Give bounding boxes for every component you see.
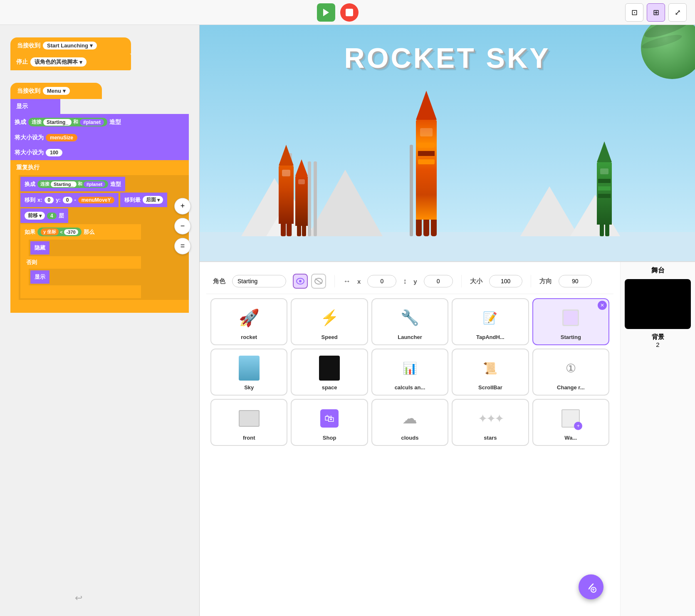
join-pill-inner[interactable]: 连接 Starting_ 和 #planet <box>37 180 108 188</box>
section-start-launching: 当接收到 Start Launching ▾ 停止 该角色的其他脚本 ▾ <box>10 37 189 70</box>
else-label: 否则 <box>20 256 141 269</box>
sprite-card-scrollbar[interactable]: 📜 ScrollBar <box>452 349 529 396</box>
if-header[interactable]: 如果 y 坐标 < -370 <box>20 224 141 240</box>
size-label: 大小 <box>470 277 482 285</box>
sprite-name-starting: Starting <box>561 334 581 340</box>
svg-marker-0 <box>323 9 329 16</box>
forward-dropdown[interactable]: 前移 ▾ <box>25 212 45 220</box>
sprite-name-speed: Speed <box>322 334 338 340</box>
menuMoveY-pill: menuMoveY <box>78 197 114 203</box>
when-receive-hat-1[interactable]: 当接收到 Start Launching ▾ <box>10 37 131 54</box>
show-block[interactable]: 显示 <box>10 99 60 114</box>
sprite-card-calculs[interactable]: 📊 calculs an... <box>371 349 448 396</box>
hat-dropdown-2[interactable]: Menu ▾ <box>43 87 70 95</box>
dir-input[interactable] <box>559 275 592 287</box>
green-flag-button[interactable] <box>317 3 335 22</box>
top-bar: ⊡ ⊞ ⤢ <box>0 0 695 25</box>
hat-dropdown-1[interactable]: Start Launching ▾ <box>43 42 97 49</box>
sprite-name-shop: Shop <box>323 435 336 441</box>
set-size-menusize[interactable]: 将大小设为 menuSize <box>10 130 189 145</box>
sprite-card-changer[interactable]: ① Change r... <box>532 349 609 396</box>
sprite-card-tapandh[interactable]: 📝 TapAndH... <box>452 298 529 345</box>
sprite-card-space[interactable]: space <box>291 349 368 396</box>
sprite-name-input[interactable] <box>232 275 286 287</box>
switch-costume-block-1[interactable]: 换成 连接 Starting_ 和 #planet 造型 <box>10 114 189 130</box>
sprite-card-speed[interactable]: ⚡ Speed <box>291 298 368 345</box>
if-block[interactable]: 如果 y 坐标 < -370 <box>20 224 141 298</box>
sprite-name-sky: Sky <box>244 384 254 391</box>
undo-arrow[interactable]: ↩ <box>75 593 82 604</box>
sprite-name-stars: stars <box>484 435 497 441</box>
hide-button[interactable] <box>311 274 326 289</box>
show-block-inner[interactable]: 显示 <box>30 270 49 284</box>
bg-count: 2 <box>625 341 691 348</box>
blocks-area: 当接收到 Start Launching ▾ 停止 该角色的其他脚本 ▾ <box>6 33 193 329</box>
sprite-delete-starting[interactable]: ✕ <box>598 301 607 310</box>
divider-1 <box>334 275 335 287</box>
stop-block[interactable]: 停止 该角色的其他脚本 ▾ <box>10 54 131 70</box>
repeat-header[interactable]: 重复执行 <box>10 160 189 175</box>
when-receive-hat-2[interactable]: 当接收到 Menu ▾ <box>10 83 102 99</box>
size-input[interactable] <box>489 275 522 287</box>
sprite-name-changer: Change r... <box>557 384 584 391</box>
rocket-group-left <box>279 145 308 236</box>
move-icon: ↔ <box>343 277 351 286</box>
condition-pill: y 坐标 < -370 <box>37 228 82 236</box>
set-size-100[interactable]: 将大小设为 100 <box>10 145 189 160</box>
forward-block[interactable]: 前移 ▾ 4 层 <box>20 208 68 223</box>
sprite-thumb-changer: ① <box>556 354 585 383</box>
stop-dropdown[interactable]: 该角色的其他脚本 ▾ <box>30 57 87 67</box>
zoom-out-button[interactable]: − <box>174 218 191 234</box>
hide-block[interactable]: 隐藏 <box>30 241 49 255</box>
toolbar-center <box>317 3 359 22</box>
stop-button[interactable] <box>340 3 359 22</box>
rocket-2 <box>295 159 308 236</box>
x-input[interactable] <box>367 275 396 287</box>
goto-dropdown[interactable]: 后面 ▾ <box>143 196 163 204</box>
goto-back-block[interactable]: 移到最 后面 ▾ <box>120 193 167 207</box>
section-menu: 当接收到 Menu ▾ 显示 换成 连接 <box>10 83 189 313</box>
main-layout: 当接收到 Start Launching ▾ 停止 该角色的其他脚本 ▾ <box>0 25 695 616</box>
sprite-card-shop[interactable]: 🛍 Shop <box>291 399 368 446</box>
sprite-card-starting[interactable]: Starting ✕ <box>532 298 609 345</box>
sprite-thumb-launcher: 🔧 <box>395 303 424 332</box>
show-button[interactable] <box>293 274 308 289</box>
sprite-card-rocket[interactable]: 🚀 rocket <box>210 298 287 345</box>
stage-thumbnail[interactable] <box>625 279 691 329</box>
sprite-card-clouds[interactable]: ☁ clouds <box>371 399 448 446</box>
bg-label: 背景 <box>625 333 691 341</box>
svg-text:+: + <box>592 587 595 593</box>
stage-preview: ROCKET SKY <box>200 25 695 262</box>
planet-pill-1: #planet <box>80 119 104 126</box>
else-body: 显示 <box>29 269 141 285</box>
divider-3 <box>531 275 531 287</box>
y-input[interactable] <box>424 275 453 287</box>
dir-label: 方向 <box>539 277 552 285</box>
add-sprite-button[interactable]: + <box>579 574 603 599</box>
join-pill-1[interactable]: 连接 Starting_ 和 #planet <box>28 118 107 126</box>
zoom-controls: + − = <box>174 198 191 443</box>
sprite-name-front: front <box>243 435 255 441</box>
move-to-block[interactable]: 移到 x: 0 y: 0 - <box>20 193 119 207</box>
sprite-name-wa: Wa... <box>564 435 577 441</box>
role-label: 角色 <box>213 277 225 285</box>
repeat-block[interactable]: 重复执行 换成 连接 Starting_ <box>10 160 189 313</box>
fullscreen-button[interactable]: ⤢ <box>668 3 687 22</box>
view-toggle-1[interactable]: ⊡ <box>625 3 643 22</box>
vert-icon: ↕ <box>403 277 407 286</box>
block-stack-1: 当接收到 Start Launching ▾ 停止 该角色的其他脚本 ▾ <box>10 37 189 70</box>
sprite-card-sky[interactable]: Sky <box>210 349 287 396</box>
ground <box>200 232 695 261</box>
stage-label: 舞台 <box>625 266 691 275</box>
view-toggle-2[interactable]: ⊞ <box>647 3 665 22</box>
sprite-card-launcher[interactable]: 🔧 Launcher <box>371 298 448 345</box>
switch-costume-inner[interactable]: 换成 连接 Starting_ 和 #planet <box>20 177 125 191</box>
repeat-footer: . <box>10 300 189 313</box>
zoom-in-button[interactable]: + <box>174 198 191 214</box>
zoom-fit-button[interactable]: = <box>174 237 191 254</box>
when-receive-label-1: 当接收到 <box>17 42 40 49</box>
sprite-card-front[interactable]: front <box>210 399 287 446</box>
sprite-card-wa[interactable]: + Wa... <box>532 399 609 446</box>
forward-layers-pill: 4 <box>47 213 57 219</box>
sprite-card-stars[interactable]: ✦✦✦ stars <box>452 399 529 446</box>
